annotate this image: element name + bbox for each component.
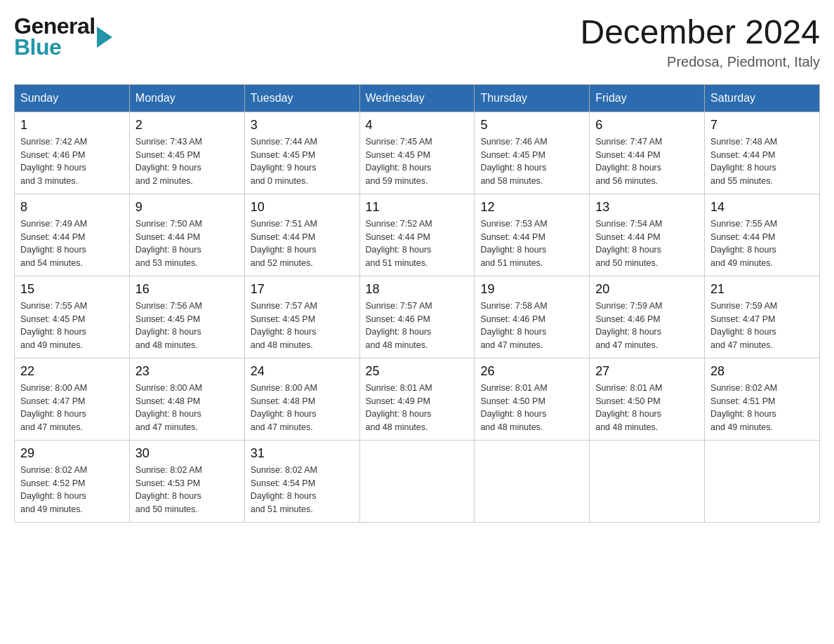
table-row: 10Sunrise: 7:51 AMSunset: 4:44 PMDayligh… [244,194,359,276]
logo: General Blue [14,14,112,58]
day-info: Sunrise: 7:44 AMSunset: 4:45 PMDaylight:… [251,135,354,188]
col-saturday: Saturday [705,84,820,112]
day-info: Sunrise: 7:55 AMSunset: 4:45 PMDaylight:… [20,300,124,352]
table-row: 31Sunrise: 8:02 AMSunset: 4:54 PMDayligh… [244,440,359,522]
day-number: 8 [20,200,124,215]
day-info: Sunrise: 7:59 AMSunset: 4:47 PMDaylight:… [710,300,814,352]
day-number: 18 [366,282,469,297]
table-row: 27Sunrise: 8:01 AMSunset: 4:50 PMDayligh… [590,358,705,440]
day-number: 21 [710,282,814,297]
day-number: 26 [480,364,583,379]
logo-blue-text: Blue [14,36,95,58]
day-info: Sunrise: 7:46 AMSunset: 4:45 PMDaylight:… [480,135,583,188]
logo-arrow-icon [97,27,112,48]
day-number: 15 [20,282,124,297]
day-number: 13 [595,200,699,215]
col-thursday: Thursday [475,84,590,112]
table-row: 28Sunrise: 8:02 AMSunset: 4:51 PMDayligh… [705,358,820,440]
table-row [590,440,705,522]
day-number: 14 [710,200,814,215]
day-number: 10 [251,200,354,215]
table-row: 29Sunrise: 8:02 AMSunset: 4:52 PMDayligh… [15,440,130,522]
table-row: 15Sunrise: 7:55 AMSunset: 4:45 PMDayligh… [15,276,130,358]
table-row: 7Sunrise: 7:48 AMSunset: 4:44 PMDaylight… [705,112,820,194]
table-row: 4Sunrise: 7:45 AMSunset: 4:45 PMDaylight… [359,112,475,194]
table-row: 12Sunrise: 7:53 AMSunset: 4:44 PMDayligh… [475,194,590,276]
title-section: December 2024 Predosa, Piedmont, Italy [580,14,820,70]
table-row: 30Sunrise: 8:02 AMSunset: 4:53 PMDayligh… [129,440,244,522]
table-row: 26Sunrise: 8:01 AMSunset: 4:50 PMDayligh… [475,358,590,440]
day-number: 27 [595,364,699,379]
calendar-header-row: Sunday Monday Tuesday Wednesday Thursday… [15,84,820,112]
day-info: Sunrise: 7:49 AMSunset: 4:44 PMDaylight:… [20,217,124,270]
table-row: 20Sunrise: 7:59 AMSunset: 4:46 PMDayligh… [590,276,705,358]
day-info: Sunrise: 7:51 AMSunset: 4:44 PMDaylight:… [251,217,354,270]
day-info: Sunrise: 7:56 AMSunset: 4:45 PMDaylight:… [135,300,239,352]
day-info: Sunrise: 7:50 AMSunset: 4:44 PMDaylight:… [135,217,239,270]
day-info: Sunrise: 8:02 AMSunset: 4:52 PMDaylight:… [20,464,124,516]
table-row: 24Sunrise: 8:00 AMSunset: 4:48 PMDayligh… [244,358,359,440]
day-info: Sunrise: 7:53 AMSunset: 4:44 PMDaylight:… [480,217,583,270]
day-info: Sunrise: 8:00 AMSunset: 4:48 PMDaylight:… [135,382,239,434]
day-number: 23 [135,364,239,379]
day-number: 31 [251,446,354,461]
day-number: 9 [135,200,239,215]
month-title: December 2024 [580,14,820,51]
col-sunday: Sunday [15,84,130,112]
day-info: Sunrise: 7:55 AMSunset: 4:44 PMDaylight:… [710,217,814,270]
table-row: 2Sunrise: 7:43 AMSunset: 4:45 PMDaylight… [129,112,244,194]
table-row: 21Sunrise: 7:59 AMSunset: 4:47 PMDayligh… [705,276,820,358]
day-number: 16 [135,282,239,297]
day-number: 1 [20,118,124,133]
day-number: 11 [366,200,469,215]
col-tuesday: Tuesday [244,84,359,112]
table-row: 9Sunrise: 7:50 AMSunset: 4:44 PMDaylight… [129,194,244,276]
calendar-week-row: 1Sunrise: 7:42 AMSunset: 4:46 PMDaylight… [15,112,820,194]
calendar-week-row: 22Sunrise: 8:00 AMSunset: 4:47 PMDayligh… [15,358,820,440]
day-info: Sunrise: 7:52 AMSunset: 4:44 PMDaylight:… [366,217,469,270]
day-info: Sunrise: 8:00 AMSunset: 4:47 PMDaylight:… [20,382,124,434]
col-monday: Monday [129,84,244,112]
table-row [475,440,590,522]
day-number: 22 [20,364,124,379]
table-row: 25Sunrise: 8:01 AMSunset: 4:49 PMDayligh… [359,358,475,440]
day-number: 28 [710,364,814,379]
table-row: 17Sunrise: 7:57 AMSunset: 4:45 PMDayligh… [244,276,359,358]
day-info: Sunrise: 8:02 AMSunset: 4:54 PMDaylight:… [251,464,354,516]
day-number: 25 [366,364,469,379]
day-info: Sunrise: 8:02 AMSunset: 4:53 PMDaylight:… [135,464,239,516]
day-number: 20 [595,282,699,297]
day-info: Sunrise: 7:47 AMSunset: 4:44 PMDaylight:… [595,135,699,188]
day-info: Sunrise: 8:01 AMSunset: 4:50 PMDaylight:… [480,382,583,434]
location: Predosa, Piedmont, Italy [580,54,820,70]
svg-marker-0 [97,27,112,48]
day-info: Sunrise: 7:43 AMSunset: 4:45 PMDaylight:… [135,135,239,188]
day-number: 29 [20,446,124,461]
table-row: 18Sunrise: 7:57 AMSunset: 4:46 PMDayligh… [359,276,475,358]
day-number: 2 [135,118,239,133]
table-row: 19Sunrise: 7:58 AMSunset: 4:46 PMDayligh… [475,276,590,358]
table-row: 3Sunrise: 7:44 AMSunset: 4:45 PMDaylight… [244,112,359,194]
day-number: 24 [251,364,354,379]
table-row: 22Sunrise: 8:00 AMSunset: 4:47 PMDayligh… [15,358,130,440]
page-header: General Blue December 2024 Predosa, Pied… [14,14,820,70]
table-row [705,440,820,522]
table-row: 14Sunrise: 7:55 AMSunset: 4:44 PMDayligh… [705,194,820,276]
day-info: Sunrise: 7:57 AMSunset: 4:45 PMDaylight:… [251,300,354,352]
table-row [359,440,475,522]
table-row: 13Sunrise: 7:54 AMSunset: 4:44 PMDayligh… [590,194,705,276]
day-number: 5 [480,118,583,133]
calendar-week-row: 29Sunrise: 8:02 AMSunset: 4:52 PMDayligh… [15,440,820,522]
table-row: 23Sunrise: 8:00 AMSunset: 4:48 PMDayligh… [129,358,244,440]
calendar-table: Sunday Monday Tuesday Wednesday Thursday… [14,84,820,523]
day-info: Sunrise: 7:54 AMSunset: 4:44 PMDaylight:… [595,217,699,270]
day-number: 6 [595,118,699,133]
day-info: Sunrise: 7:45 AMSunset: 4:45 PMDaylight:… [366,135,469,188]
table-row: 16Sunrise: 7:56 AMSunset: 4:45 PMDayligh… [129,276,244,358]
table-row: 1Sunrise: 7:42 AMSunset: 4:46 PMDaylight… [15,112,130,194]
day-info: Sunrise: 7:42 AMSunset: 4:46 PMDaylight:… [20,135,124,188]
day-info: Sunrise: 8:01 AMSunset: 4:49 PMDaylight:… [366,382,469,434]
day-number: 7 [710,118,814,133]
table-row: 6Sunrise: 7:47 AMSunset: 4:44 PMDaylight… [590,112,705,194]
day-info: Sunrise: 8:02 AMSunset: 4:51 PMDaylight:… [710,382,814,434]
